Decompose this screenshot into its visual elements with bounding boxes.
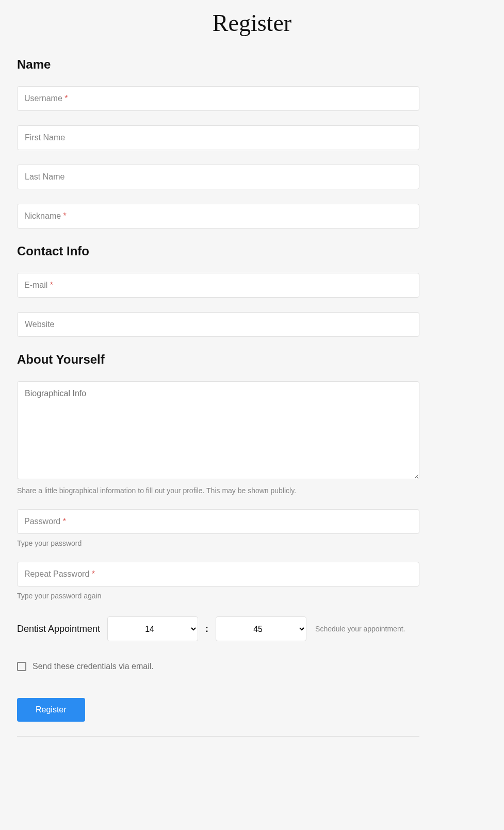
appointment-row: Dentist Appointment 14 : 45 Schedule you… xyxy=(17,616,419,641)
field-email: E-mail * xyxy=(17,273,419,298)
email-input[interactable] xyxy=(17,273,419,298)
bio-textarea[interactable] xyxy=(17,381,419,479)
field-username: Username * xyxy=(17,86,419,111)
section-heading-name: Name xyxy=(17,57,419,72)
appointment-label: Dentist Appointment xyxy=(17,624,100,634)
send-email-label: Send these credentials via email. xyxy=(32,662,154,671)
register-form: Name Username * Nickname * Contact Info xyxy=(17,57,419,737)
field-last-name xyxy=(17,165,419,189)
section-heading-contact: Contact Info xyxy=(17,244,419,258)
field-repeat-password: Repeat Password * Type your password aga… xyxy=(17,562,419,600)
first-name-input[interactable] xyxy=(17,125,419,150)
appointment-minute-select[interactable]: 45 xyxy=(216,616,306,641)
page-title: Register xyxy=(0,9,504,37)
send-email-row: Send these credentials via email. xyxy=(17,662,419,671)
password-input[interactable] xyxy=(17,509,419,534)
website-input[interactable] xyxy=(17,312,419,337)
time-colon: : xyxy=(205,624,208,634)
appointment-help: Schedule your appointment. xyxy=(315,625,405,633)
field-nickname: Nickname * xyxy=(17,204,419,229)
send-email-checkbox[interactable] xyxy=(17,662,26,671)
appointment-hour-select[interactable]: 14 xyxy=(107,616,198,641)
repeat-password-input[interactable] xyxy=(17,562,419,587)
last-name-input[interactable] xyxy=(17,165,419,189)
field-website xyxy=(17,312,419,337)
divider xyxy=(17,736,419,737)
bio-help: Share a little biographical information … xyxy=(17,486,419,495)
nickname-input[interactable] xyxy=(17,204,419,229)
username-input[interactable] xyxy=(17,86,419,111)
section-heading-about: About Yourself xyxy=(17,352,419,367)
field-bio: Share a little biographical information … xyxy=(17,381,419,495)
password-help: Type your password xyxy=(17,539,419,547)
repeat-password-help: Type your password again xyxy=(17,592,419,600)
register-button[interactable]: Register xyxy=(17,698,85,722)
field-first-name xyxy=(17,125,419,150)
field-password: Password * Type your password xyxy=(17,509,419,547)
